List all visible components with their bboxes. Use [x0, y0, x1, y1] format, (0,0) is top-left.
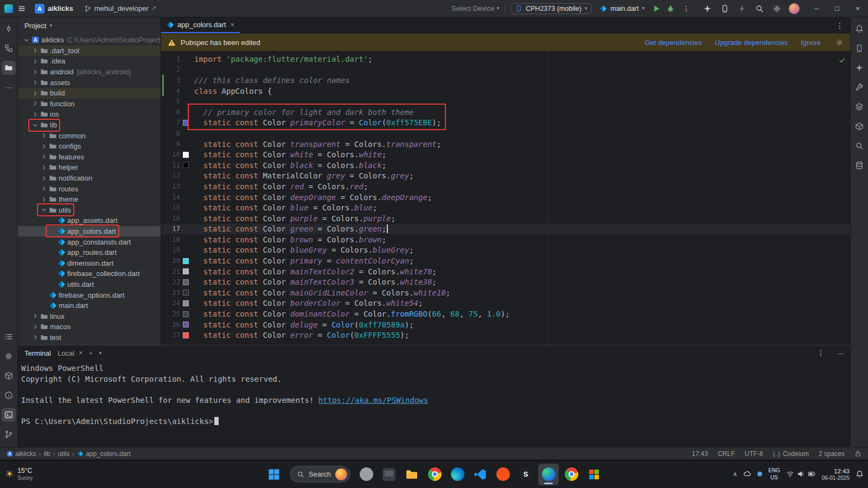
tool-more-tool-windows[interactable]: ⋯: [2, 80, 16, 94]
line-number[interactable]: 23: [164, 289, 180, 297]
line-number[interactable]: 12: [164, 172, 180, 179]
debug-button[interactable]: [666, 4, 675, 13]
language-switcher[interactable]: ENG US: [768, 467, 780, 481]
tree-item-ios[interactable]: ios: [18, 109, 161, 120]
breadcrumb-lib[interactable]: lib: [44, 450, 50, 458]
chevron-down-icon[interactable]: [23, 36, 30, 44]
tree-item-firebase_collection.dart[interactable]: firebase_collection.dart: [18, 268, 161, 279]
tree-item-lib[interactable]: lib: [18, 120, 161, 131]
chevron-right-icon[interactable]: [31, 57, 39, 65]
chevron-right-icon[interactable]: [31, 323, 39, 331]
line-number[interactable]: 26: [164, 321, 180, 329]
line-number[interactable]: 15: [164, 204, 180, 211]
line-number[interactable]: 7: [164, 119, 180, 126]
tree-item-helper[interactable]: helper: [18, 162, 161, 173]
settings-button[interactable]: [773, 4, 781, 13]
chevron-right-icon[interactable]: [31, 68, 39, 76]
color-swatch[interactable]: [183, 311, 189, 317]
status-caret-position[interactable]: 17:43: [692, 450, 708, 458]
breadcrumb-aiklicks[interactable]: aiklicks: [7, 450, 36, 458]
notifications-bell-icon[interactable]: [856, 470, 864, 478]
terminal-options-icon[interactable]: ⋮: [815, 349, 831, 357]
tool-version-control[interactable]: [2, 427, 16, 441]
new-terminal-icon[interactable]: +: [89, 350, 92, 356]
hide-terminal-icon[interactable]: —: [838, 350, 844, 356]
inspections-widget[interactable]: [838, 56, 846, 64]
line-number[interactable]: 19: [164, 246, 180, 254]
line-number[interactable]: 8: [164, 130, 180, 137]
maximize-button[interactable]: □: [827, 0, 847, 17]
code-line-19[interactable]: 19 static const Color blueGrey = Colors.…: [161, 245, 850, 256]
tool-terminal[interactable]: [2, 408, 16, 422]
tree-item-app_assets.dart[interactable]: app_assets.dart: [18, 215, 161, 226]
code-line-23[interactable]: 23 static const Color mainGridLineColor …: [161, 287, 850, 298]
tree-item-main.dart[interactable]: main.dart: [18, 300, 161, 311]
hidden-icons-icon[interactable]: ∧: [733, 471, 737, 478]
avatar[interactable]: [789, 3, 800, 14]
taskbar-copilot[interactable]: [356, 464, 376, 485]
taskbar-app-s[interactable]: S: [515, 464, 536, 485]
terminal-dropdown-icon[interactable]: ▾: [99, 351, 102, 356]
tool-gradle[interactable]: [852, 80, 866, 94]
code-line-18[interactable]: 18 static const Color brown = Colors.bro…: [161, 234, 850, 245]
tree-item-routes[interactable]: routes: [18, 183, 161, 194]
chevron-right-icon[interactable]: [31, 47, 39, 54]
taskbar-microsoft-365[interactable]: [584, 464, 604, 485]
code-line-25[interactable]: 25 static const Color dominantColor = Co…: [161, 309, 850, 319]
terminal-tab-local[interactable]: Local ×: [58, 349, 82, 357]
run-configuration[interactable]: main.dart ▾: [597, 4, 647, 14]
chevron-right-icon[interactable]: [31, 89, 39, 97]
banner-action-upgrade-dependencies[interactable]: Upgrade dependencies: [715, 38, 788, 47]
tab-app-colors-dart[interactable]: app_colors.dart ×: [161, 17, 240, 33]
chevron-right-icon[interactable]: [31, 111, 39, 118]
line-number[interactable]: 21: [164, 268, 180, 275]
tree-item-configs[interactable]: configs: [18, 141, 161, 152]
editor-options-icon[interactable]: ⋮: [834, 21, 850, 30]
taskbar-android-studio[interactable]: [538, 464, 559, 485]
tool-commit[interactable]: [2, 22, 16, 36]
taskbar-search[interactable]: Search: [286, 464, 354, 485]
code-line-12[interactable]: 12 static const MaterialColor grey = Col…: [161, 171, 850, 182]
code-line-22[interactable]: 22 static const Color mainTextColor3 = C…: [161, 277, 850, 287]
banner-settings-icon[interactable]: [835, 38, 844, 47]
chevron-down-icon[interactable]: [40, 206, 48, 214]
breadcrumb-utils[interactable]: utils: [58, 450, 69, 458]
tool-services[interactable]: [2, 369, 16, 383]
line-number[interactable]: 17: [164, 225, 180, 233]
tool-database-inspector[interactable]: [852, 158, 866, 172]
ai-assistant-button[interactable]: [703, 4, 712, 13]
status-line-separator[interactable]: CRLF: [718, 450, 735, 458]
tool-build[interactable]: [2, 349, 16, 363]
code-line-7[interactable]: 7 static const Color primaryColor = Colo…: [161, 118, 850, 129]
code-line-14[interactable]: 14 static const Color deepOrange = Color…: [161, 192, 850, 203]
taskbar-chrome[interactable]: [424, 464, 445, 485]
tree-item-utils.dart[interactable]: utils.dart: [18, 279, 161, 290]
code-line-13[interactable]: 13 static const Color red = Colors.red;: [161, 181, 850, 192]
code-line-11[interactable]: 11 static const Color black = Colors.bla…: [161, 160, 850, 171]
color-swatch[interactable]: [183, 300, 189, 306]
code-line-4[interactable]: 4class AppColors {: [161, 86, 850, 97]
terminal-link[interactable]: https://aka.ms/PSWindows: [318, 396, 428, 404]
code-line-1[interactable]: 1import 'package:flutter/material.dart';: [161, 54, 850, 65]
tree-item-notification[interactable]: notification: [18, 173, 161, 184]
tree-item-build[interactable]: build: [18, 88, 161, 99]
line-number[interactable]: 4: [164, 87, 180, 95]
color-swatch[interactable]: [183, 268, 189, 274]
chevron-right-icon[interactable]: [40, 153, 48, 160]
chevron-right-icon[interactable]: [31, 333, 39, 341]
line-number[interactable]: 13: [164, 183, 180, 190]
code-line-5[interactable]: 5: [161, 96, 850, 107]
color-swatch[interactable]: [183, 290, 189, 296]
select-device-dropdown[interactable]: Select Device ▾: [451, 4, 499, 12]
chevron-right-icon[interactable]: [31, 312, 39, 320]
tool-app-quality-insights[interactable]: [852, 119, 866, 133]
color-swatch[interactable]: [183, 332, 189, 338]
code-line-27[interactable]: 27 static const Color error = Color(0xFF…: [161, 330, 850, 341]
tree-item-theme[interactable]: theme: [18, 194, 161, 205]
taskbar-vscode[interactable]: [470, 464, 490, 485]
tool-running-devices[interactable]: [852, 100, 866, 114]
color-swatch[interactable]: [183, 258, 189, 264]
code-line-15[interactable]: 15 static const Color blue = Colors.blue…: [161, 202, 850, 213]
code-line-2[interactable]: 2: [161, 65, 850, 75]
main-menu-icon[interactable]: [17, 4, 26, 13]
